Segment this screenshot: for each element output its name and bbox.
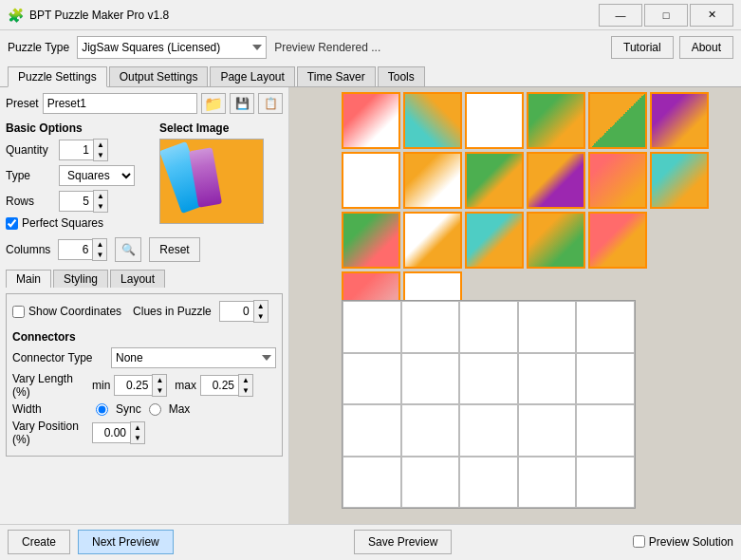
vary-min-spinner: ▲ ▼ <box>114 374 167 397</box>
tutorial-button[interactable]: Tutorial <box>611 36 674 59</box>
puzzle-piece-10 <box>527 152 585 209</box>
grid-cell <box>518 404 577 457</box>
tab-puzzle-settings[interactable]: Puzzle Settings <box>8 66 107 87</box>
vary-min-down[interactable]: ▼ <box>153 385 166 396</box>
columns-up[interactable]: ▲ <box>93 239 106 250</box>
perfect-squares-label: Perfect Squares <box>22 216 103 230</box>
inner-tab-layout[interactable]: Layout <box>110 270 165 288</box>
perfect-squares-row: Perfect Squares <box>6 216 152 230</box>
vary-position-label: Vary Position (%) <box>12 420 88 446</box>
create-button[interactable]: Create <box>8 530 70 554</box>
type-select[interactable]: Squares Classic <box>59 165 135 186</box>
grid-cell <box>401 457 460 509</box>
perfect-squares-checkbox[interactable] <box>6 217 18 230</box>
puzzle-piece-6 <box>650 92 709 149</box>
quantity-down[interactable]: ▼ <box>94 150 107 160</box>
puzzle-piece-4 <box>527 92 585 149</box>
vary-max-input[interactable] <box>200 375 238 396</box>
puzzle-piece-1 <box>342 92 400 149</box>
select-image-section: Select Image <box>159 121 283 233</box>
next-preview-button[interactable]: Next Preview <box>78 530 174 554</box>
quantity-input[interactable] <box>59 140 93 160</box>
columns-down[interactable]: ▼ <box>93 250 106 260</box>
tab-time-saver[interactable]: Time Saver <box>297 66 376 86</box>
sync-radio[interactable] <box>96 403 108 416</box>
grid-cell <box>401 404 460 457</box>
puzzle-piece-16 <box>527 212 585 269</box>
connectors-label: Connectors <box>12 330 276 344</box>
tab-output-settings[interactable]: Output Settings <box>109 66 209 86</box>
vary-length-label: Vary Length (%) <box>12 372 88 399</box>
puzzle-piece-8 <box>403 152 462 209</box>
folder-icon: 📁 <box>204 95 223 113</box>
grid-cell <box>343 353 401 405</box>
show-coordinates-checkbox[interactable] <box>12 306 25 318</box>
window-controls: — □ ✕ <box>599 4 733 27</box>
main-content: Preset 📁 💾 📋 Basic Options Quantity <box>0 87 741 524</box>
columns-spinner-btns: ▲ ▼ <box>92 238 107 261</box>
maximize-button[interactable]: □ <box>644 4 688 27</box>
search-button[interactable]: 🔍 <box>115 237 141 262</box>
puzzle-piece-12 <box>650 152 709 209</box>
puzzle-piece-15 <box>465 212 524 269</box>
inner-tab-styling[interactable]: Styling <box>53 270 108 288</box>
min-label: min <box>92 379 110 392</box>
clues-spinner: ▲ ▼ <box>219 300 269 323</box>
inner-tab-container: Main Styling Layout Show Coordinates Clu… <box>6 270 283 457</box>
close-button[interactable]: ✕ <box>690 4 733 27</box>
vary-min-input[interactable] <box>114 375 152 396</box>
app-title: BPT Puzzle Maker Pro v1.8 <box>29 9 169 22</box>
sync-label: Sync <box>116 402 141 416</box>
puzzle-row-3 <box>342 212 709 269</box>
preview-solution-row: Preview Solution <box>633 535 733 549</box>
vary-max-up[interactable]: ▲ <box>239 375 252 385</box>
main-tab-bar: Puzzle Settings Output Settings Page Lay… <box>0 65 741 87</box>
connector-type-select[interactable]: None Standard Round Square <box>111 347 276 368</box>
about-button[interactable]: About <box>679 36 733 59</box>
rows-input[interactable] <box>59 191 93 212</box>
puzzle-type-select[interactable]: JigSaw Squares (Licensed) <box>77 36 267 59</box>
vary-max-down[interactable]: ▼ <box>239 385 252 396</box>
quantity-spinner: ▲ ▼ <box>59 139 108 161</box>
vary-min-up[interactable]: ▲ <box>153 375 166 385</box>
preset-label: Preset <box>6 97 39 110</box>
grid-cell <box>401 353 460 405</box>
reset-button[interactable]: Reset <box>149 237 199 262</box>
type-label: Type <box>6 169 55 182</box>
type-row: Type Squares Classic <box>6 165 152 186</box>
grid-cell <box>518 353 577 405</box>
bottom-bar: Create Next Preview Save Preview Preview… <box>0 524 741 558</box>
preset-input[interactable] <box>43 93 197 114</box>
save-preview-button[interactable]: Save Preview <box>354 530 452 554</box>
clues-down[interactable]: ▼ <box>254 311 268 322</box>
vary-position-down[interactable]: ▼ <box>131 433 144 443</box>
clues-in-puzzle-label: Clues in Puzzle <box>133 305 212 318</box>
image-thumbnail[interactable] <box>159 139 264 224</box>
quantity-up[interactable]: ▲ <box>94 140 107 150</box>
puzzle-row-1 <box>342 92 709 149</box>
clues-up[interactable]: ▲ <box>254 301 268 311</box>
minimize-button[interactable]: — <box>599 4 642 27</box>
quantity-spinner-btns: ▲ ▼ <box>93 139 108 161</box>
width-row: Width Sync Max <box>12 402 276 416</box>
tab-page-layout[interactable]: Page Layout <box>210 66 294 86</box>
vary-position-up[interactable]: ▲ <box>131 422 144 433</box>
rows-up[interactable]: ▲ <box>94 191 107 201</box>
preview-solution-checkbox[interactable] <box>633 535 645 548</box>
max-radio[interactable] <box>149 403 161 416</box>
show-coordinates-label: Show Coordinates <box>28 305 121 318</box>
save-button[interactable]: 💾 <box>230 93 254 114</box>
clues-input[interactable] <box>219 301 253 322</box>
open-folder-button[interactable]: 📁 <box>201 93 226 114</box>
tab-tools[interactable]: Tools <box>378 66 425 86</box>
vary-position-btns: ▲ ▼ <box>130 421 145 444</box>
grid-cell <box>459 457 518 509</box>
inner-tab-main[interactable]: Main <box>6 270 51 288</box>
puzzle-type-label: Puzzle Type <box>8 41 69 54</box>
rows-label: Rows <box>6 195 55 208</box>
vary-position-input[interactable] <box>92 422 130 443</box>
save-as-button[interactable]: 📋 <box>258 93 283 114</box>
rows-down[interactable]: ▼ <box>94 201 107 212</box>
columns-input[interactable] <box>58 239 92 260</box>
puzzle-piece-17 <box>588 212 647 269</box>
